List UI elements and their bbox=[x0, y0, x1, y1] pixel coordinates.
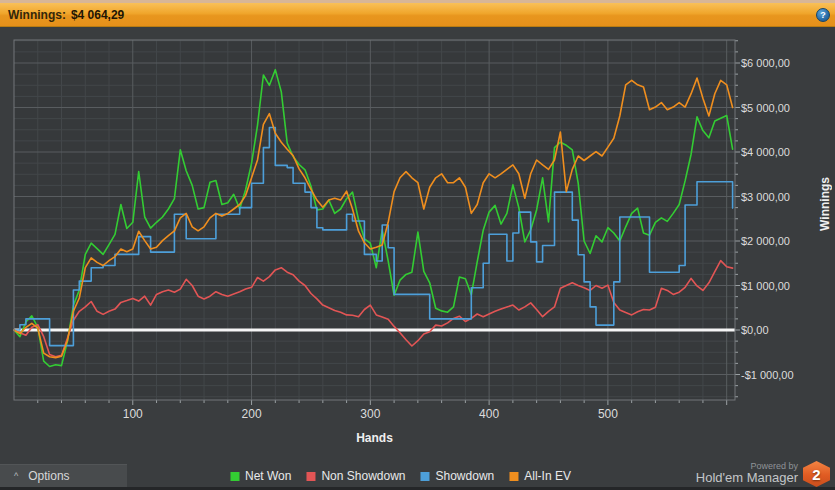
powered-by-brand: Powered by Hold'em Manager bbox=[696, 461, 798, 486]
legend-swatch-icon bbox=[230, 472, 239, 481]
footer-bar: ^ Options Net WonNon ShowdownShowdownAll… bbox=[0, 462, 835, 490]
legend-label: Non Showdown bbox=[321, 469, 405, 483]
y-tick-label: $0,00 bbox=[741, 324, 769, 336]
chart-plot-area bbox=[14, 40, 735, 400]
winnings-title-value: $4 064,29 bbox=[71, 8, 124, 22]
x-tick-label: 300 bbox=[360, 407, 380, 421]
y-tick-label: $4 000,00 bbox=[741, 146, 790, 158]
winnings-title-label: Winnings: bbox=[8, 8, 66, 22]
report-titlebar: Winnings: $4 064,29 ? bbox=[0, 3, 835, 27]
legend-swatch-icon bbox=[421, 472, 430, 481]
options-button-label: Options bbox=[28, 469, 69, 483]
x-tick-label: 100 bbox=[123, 407, 143, 421]
chart-legend: Net WonNon ShowdownShowdownAll-In EV bbox=[230, 469, 571, 483]
x-tick-label: 200 bbox=[242, 407, 262, 421]
help-icon[interactable]: ? bbox=[816, 8, 830, 22]
legend-swatch-icon bbox=[306, 472, 315, 481]
chevron-up-icon: ^ bbox=[14, 471, 18, 481]
y-tick-label: -$1 000,00 bbox=[741, 369, 794, 381]
y-axis-title: Winnings bbox=[818, 177, 832, 231]
legend-swatch-icon bbox=[509, 472, 518, 481]
holdem-manager-2-logo: 2 bbox=[803, 461, 830, 487]
legend-label: Showdown bbox=[436, 469, 495, 483]
options-button[interactable]: ^ Options bbox=[0, 464, 127, 487]
legend-item-non-showdown[interactable]: Non Showdown bbox=[306, 469, 405, 483]
legend-label: Net Won bbox=[245, 469, 291, 483]
y-tick-label: $5 000,00 bbox=[741, 102, 790, 114]
winnings-chart: $6 000,00$5 000,00$4 000,00$3 000,00$2 0… bbox=[0, 27, 835, 462]
y-tick-label: $2 000,00 bbox=[741, 235, 790, 247]
legend-item-net-won[interactable]: Net Won bbox=[230, 469, 291, 483]
legend-item-all-in-ev[interactable]: All-In EV bbox=[509, 469, 571, 483]
legend-label: All-In EV bbox=[524, 469, 571, 483]
y-tick-label: $1 000,00 bbox=[741, 280, 790, 292]
y-tick-label: $3 000,00 bbox=[741, 191, 790, 203]
brand-name: Hold'em Manager bbox=[696, 471, 798, 486]
x-axis-title: Hands bbox=[356, 431, 393, 445]
legend-item-showdown[interactable]: Showdown bbox=[421, 469, 495, 483]
x-tick-label: 400 bbox=[479, 407, 499, 421]
winnings-report-window: Winnings: $4 064,29 ? $6 000,00$5 000,00… bbox=[0, 0, 835, 490]
x-tick-label: 500 bbox=[598, 407, 618, 421]
y-tick-label: $6 000,00 bbox=[741, 57, 790, 69]
